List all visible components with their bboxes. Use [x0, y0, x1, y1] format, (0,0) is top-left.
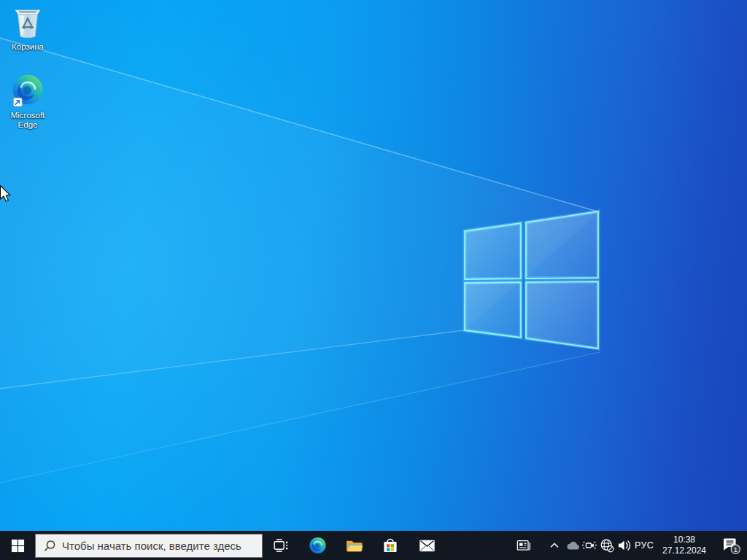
taskbar-search-box[interactable] — [35, 534, 263, 558]
mail-icon — [418, 537, 436, 555]
windows-desktop: Корзина Microsoft Edge — [0, 0, 747, 560]
edge-taskbar-button[interactable] — [299, 531, 336, 560]
action-center-button[interactable]: 1 — [713, 531, 747, 560]
action-center-icon: 1 — [719, 535, 741, 556]
desktop-icon-microsoft-edge[interactable]: Microsoft Edge — [0, 73, 55, 130]
mouse-cursor — [0, 184, 12, 203]
search-icon — [44, 540, 56, 552]
desktop-icon-recycle-bin[interactable]: Корзина — [0, 4, 55, 52]
task-view-button[interactable] — [263, 531, 299, 560]
wallpaper-windows-logo-art — [0, 0, 747, 531]
edge-logo-icon — [11, 73, 44, 109]
news-and-interests-button[interactable] — [512, 531, 535, 560]
hidden-icons-chevron-icon — [549, 542, 560, 549]
show-hidden-icons-button[interactable] — [546, 531, 563, 560]
recycle-bin-icon — [11, 4, 44, 41]
clock-date: 27.12.2024 — [662, 545, 706, 556]
volume-icon — [616, 537, 632, 553]
meet-now-icon — [581, 537, 597, 553]
desktop-icon-label: Корзина — [0, 42, 55, 52]
edge-icon — [309, 537, 327, 555]
file-explorer-icon — [345, 537, 363, 555]
notification-badge-count: 1 — [734, 545, 738, 553]
shortcut-arrow-badge — [14, 98, 23, 106]
onedrive-tray-button[interactable] — [563, 531, 581, 560]
search-input[interactable] — [62, 540, 262, 552]
desktop-icon-label: Microsoft Edge — [0, 111, 55, 130]
language-label: РУС — [635, 540, 654, 551]
microsoft-store-button[interactable] — [372, 531, 409, 560]
network-status-button[interactable] — [598, 531, 616, 560]
meet-now-button[interactable] — [581, 531, 598, 560]
file-explorer-button[interactable] — [336, 531, 372, 560]
news-and-interests-icon — [516, 537, 532, 553]
clock[interactable]: 10:38 27.12.2024 — [655, 531, 713, 560]
microsoft-store-icon — [382, 537, 399, 554]
network-offline-globe-icon — [599, 537, 615, 553]
start-button[interactable] — [0, 531, 35, 560]
language-indicator[interactable]: РУС — [633, 531, 655, 560]
windows-logo-icon — [11, 539, 25, 553]
taskbar: РУС 10:38 27.12.2024 1 — [0, 531, 747, 560]
onedrive-cloud-icon — [565, 538, 580, 553]
task-view-icon — [273, 537, 289, 553]
clock-time: 10:38 — [673, 534, 695, 545]
volume-button[interactable] — [616, 531, 633, 560]
mail-button[interactable] — [409, 531, 445, 560]
